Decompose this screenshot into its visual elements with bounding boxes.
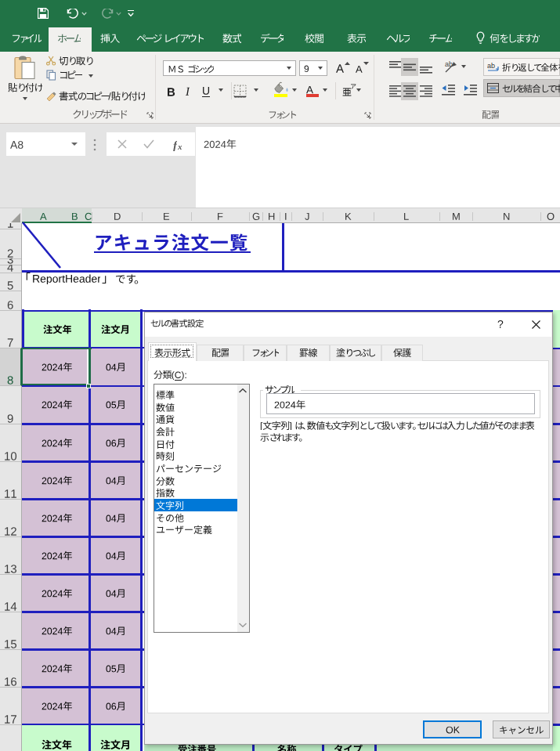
svg-text:ab: ab: [445, 60, 453, 68]
svg-text:ab: ab: [487, 62, 495, 70]
